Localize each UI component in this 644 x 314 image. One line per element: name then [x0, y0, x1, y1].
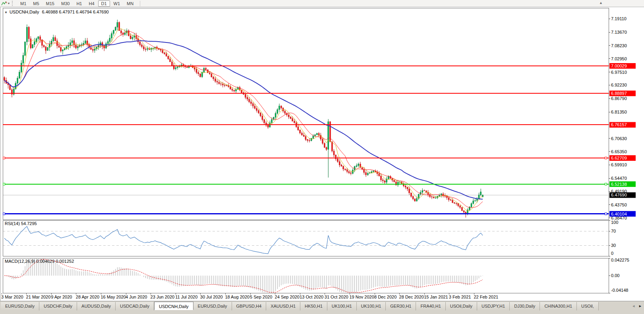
svg-text:6.43750: 6.43750	[611, 202, 627, 207]
chart-tab-audusd-daily-2[interactable]: AUDUSD,Daily	[77, 302, 116, 310]
chart-tab-fra40-h1-12[interactable]: FRA40,H1	[416, 302, 445, 310]
chart-tab-gbpusd-h4-6[interactable]: GBPUSD,H4	[232, 302, 267, 310]
svg-text:6.76157: 6.76157	[611, 122, 627, 127]
svg-text:0.042275: 0.042275	[611, 258, 629, 262]
svg-text:6.92230: 6.92230	[611, 83, 627, 87]
svg-text:3 Feb 2021: 3 Feb 2021	[449, 295, 471, 299]
level-handle[interactable]	[605, 157, 607, 159]
indicators-icon[interactable]	[1, 0, 8, 7]
price-chart[interactable]: 7.191107.136707.082307.029506.975106.922…	[0, 7, 644, 301]
svg-text:21 Mar 2020: 21 Mar 2020	[26, 295, 51, 299]
svg-text:6.81350: 6.81350	[611, 110, 627, 114]
svg-text:100: 100	[611, 220, 618, 225]
trading-terminal: ▾ M1M5M15M30H1H4D1W1MN ▲ 7.191107.136707…	[0, 0, 644, 314]
svg-text:6.70630: 6.70630	[611, 136, 627, 141]
scroll-up-icon[interactable]: ▲	[599, 1, 603, 5]
toolbar-divider	[140, 1, 140, 6]
rsi-indicator-label: RSI(14) 54.7295	[5, 221, 37, 226]
chart-tab-uk100-h1-10[interactable]: UK100,H1	[357, 302, 386, 310]
chart-region[interactable]: 7.191107.136707.082307.029506.975106.922…	[0, 7, 644, 301]
svg-text:3 Mar 2020: 3 Mar 2020	[1, 295, 23, 299]
svg-text:70: 70	[611, 229, 616, 233]
toolbar-grip	[12, 1, 14, 6]
svg-text:7.00029: 7.00029	[611, 64, 627, 68]
svg-text:6.59910: 6.59910	[611, 162, 627, 167]
level-handle[interactable]	[3, 157, 5, 159]
rsi-pane[interactable]	[3, 220, 609, 256]
svg-text:19 Nov 2020: 19 Nov 2020	[349, 295, 374, 299]
timeframe-toolbar: ▾ M1M5M15M30H1H4D1W1MN ▲	[0, 0, 644, 7]
indicator-dropdown-caret-icon[interactable]: ▾	[8, 2, 10, 5]
svg-text:4 Jun 2020: 4 Jun 2020	[126, 295, 147, 299]
price-axis: 7.191107.136707.082307.029506.975106.922…	[609, 16, 636, 293]
chart-tab-usdcnh-daily-4[interactable]: USDCNH,Daily	[154, 302, 193, 310]
svg-text:13 Oct 2020: 13 Oct 2020	[300, 295, 323, 299]
chart-tab-usdchf-daily-1[interactable]: USDCHF,Daily	[39, 302, 77, 310]
date-axis: 3 Mar 202021 Mar 20209 Apr 202028 Apr 20…	[1, 293, 498, 299]
chart-tab-china300-h1-16[interactable]: CHINA300,H1	[540, 302, 577, 310]
chart-tab-hk50-h1-8[interactable]: HK50,H1	[300, 302, 327, 310]
chart-tab-usdjpy-h1-14[interactable]: USDJPY,H1	[477, 302, 510, 310]
svg-text:18 Aug 2020: 18 Aug 2020	[225, 295, 249, 299]
macd-indicator-label: MACD(12,26,9) 0.004629 0.001252	[5, 259, 74, 264]
tabs-scroll-left-icon[interactable]: ◄	[632, 304, 635, 308]
svg-text:6.65350: 6.65350	[611, 149, 627, 154]
svg-text:0.00: 0.00	[611, 273, 619, 278]
svg-text:5 Sep 2020: 5 Sep 2020	[250, 295, 272, 299]
chart-tab-uk100-h1-9[interactable]: UK100,H1	[327, 302, 357, 310]
chart-tab-eurusd-daily-5[interactable]: EURUSD,Daily	[193, 302, 232, 310]
svg-text:6.62709: 6.62709	[611, 156, 627, 160]
svg-text:30: 30	[611, 243, 616, 248]
timeframe-m30[interactable]: M30	[58, 0, 73, 7]
svg-text:6.52138: 6.52138	[611, 182, 627, 187]
timeframe-m5[interactable]: M5	[30, 0, 42, 7]
svg-text:6.86790: 6.86790	[611, 96, 627, 101]
svg-text:0: 0	[611, 251, 613, 256]
chart-tab-dj30-daily-15[interactable]: DJ30,Daily	[510, 302, 540, 310]
timeframe-w1[interactable]: W1	[110, 0, 124, 7]
level-handle[interactable]	[605, 183, 607, 185]
svg-text:7.13670: 7.13670	[611, 30, 627, 35]
timeframe-h1[interactable]: H1	[73, 0, 85, 7]
svg-text:8 Dec 2020: 8 Dec 2020	[374, 295, 396, 299]
svg-text:28 Dec 2020: 28 Dec 2020	[399, 295, 424, 299]
chart-tab-usoil-daily-13[interactable]: USOil,Daily	[446, 302, 477, 310]
timeframe-m1[interactable]: M1	[17, 0, 29, 7]
level-handle[interactable]	[3, 213, 5, 215]
svg-text:7.02950: 7.02950	[611, 56, 627, 61]
svg-text:6.54470: 6.54470	[611, 176, 627, 181]
collapse-icon[interactable]: ▼	[4, 11, 8, 14]
timeframe-buttons: M1M5M15M30H1H4D1W1MN	[17, 0, 137, 7]
chart-title: ▼USDCNH,Daily6.46988 6.47971 6.46794 6.4…	[4, 10, 109, 14]
svg-text:30 Jul 2020: 30 Jul 2020	[200, 295, 223, 299]
svg-text:16 May 2020: 16 May 2020	[101, 295, 126, 299]
timeframe-mn[interactable]: MN	[124, 0, 137, 7]
chart-tabs: EURUSD,DailyUSDCHF,DailyAUDUSD,DailyUSDC…	[1, 302, 644, 310]
svg-text:9 Apr 2020: 9 Apr 2020	[51, 295, 72, 299]
svg-text:11 Jul 2020: 11 Jul 2020	[175, 295, 197, 299]
main-pane[interactable]	[3, 8, 609, 220]
chart-tab-usdcad-daily-3[interactable]: USDCAD,Daily	[116, 302, 154, 310]
chart-line-glyph	[1, 1, 8, 6]
chart-tab-xauusd-h1-7[interactable]: XAUUSD,H1	[266, 302, 300, 310]
chart-tab-eurusd-daily-0[interactable]: EURUSD,Daily	[1, 302, 39, 310]
ohlc-values: 6.46988 6.47971 6.46794 6.47690	[42, 10, 108, 14]
svg-text:6.88897: 6.88897	[611, 91, 627, 96]
timeframe-h4[interactable]: H4	[85, 0, 97, 7]
chart-tab-ger30-h1-11[interactable]: GER30,H1	[386, 302, 416, 310]
svg-text:31 Oct 2020: 31 Oct 2020	[325, 295, 348, 299]
svg-text:6.97510: 6.97510	[611, 70, 627, 75]
svg-text:6.47690: 6.47690	[611, 193, 627, 197]
svg-text:-0.04148: -0.04148	[611, 288, 628, 293]
level-handle[interactable]	[605, 213, 607, 215]
timeframe-m15[interactable]: M15	[43, 0, 58, 7]
tabs-scroll-right-icon[interactable]: ►	[638, 304, 642, 308]
chart-tab-usoil--17[interactable]: USOil,	[577, 302, 599, 310]
svg-text:7.08230: 7.08230	[611, 43, 627, 48]
svg-text:24 Sep 2020: 24 Sep 2020	[275, 295, 300, 299]
timeframe-d1[interactable]: D1	[98, 0, 110, 7]
svg-text:28 Apr 2020: 28 Apr 2020	[76, 295, 99, 299]
svg-text:15 Jan 2021: 15 Jan 2021	[424, 295, 448, 299]
symbol-period-label: USDCNH,Daily	[10, 10, 39, 14]
level-handle[interactable]	[3, 183, 5, 185]
